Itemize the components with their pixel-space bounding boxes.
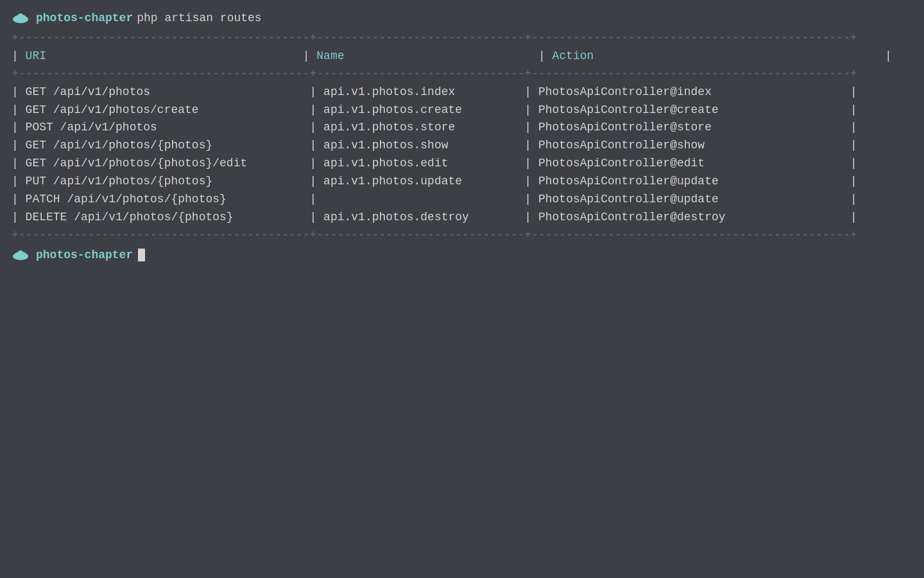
- table-bottom-separator: +---------------------------------------…: [0, 227, 924, 245]
- table-row-3: | POST /api/v1/photos | api.v1.photos.st…: [0, 119, 924, 137]
- cloud-icon-2: [12, 249, 30, 261]
- col-name-header: Name: [316, 49, 344, 62]
- col-action-header: Action: [552, 49, 594, 62]
- table-row-4: | GET /api/v1/photos/{photos} | api.v1.p…: [0, 137, 924, 155]
- prompt-line-1: photos-chapter php artisan routes: [0, 12, 924, 24]
- svg-point-7: [17, 250, 24, 257]
- table-top-separator: +---------------------------------------…: [0, 30, 924, 48]
- col-uri-header: URI: [26, 49, 46, 62]
- table-header-row: | URI | Name | Action |: [0, 48, 924, 66]
- table-row-5: | GET /api/v1/photos/{photos}/edit | api…: [0, 155, 924, 173]
- table-row-1: | GET /api/v1/photos | api.v1.photos.ind…: [0, 83, 924, 101]
- header-spacer-3: [594, 49, 885, 62]
- table-row-6: | PUT /api/v1/photos/{photos} | api.v1.p…: [0, 173, 924, 191]
- table-header-separator: +---------------------------------------…: [0, 66, 924, 83]
- prompt-dir-1: photos-chapter: [36, 12, 133, 24]
- cloud-icon-1: [12, 12, 30, 24]
- terminal: photos-chapter php artisan routes +-----…: [0, 0, 924, 578]
- terminal-cursor: [138, 249, 145, 261]
- table-row-8: | DELETE /api/v1/photos/{photos} | api.v…: [0, 209, 924, 227]
- header-spacer-1: [46, 49, 303, 62]
- prompt-dir-2: photos-chapter: [36, 249, 133, 261]
- prompt-cmd-1: php artisan routes: [137, 12, 261, 24]
- table-row-2: | GET /api/v1/photos/create | api.v1.pho…: [0, 101, 924, 119]
- table-row-7: | PATCH /api/v1/photos/{photos} | | Phot…: [0, 191, 924, 209]
- header-spacer-2: [345, 49, 538, 62]
- svg-point-3: [17, 13, 24, 20]
- prompt-line-2: photos-chapter: [0, 249, 924, 261]
